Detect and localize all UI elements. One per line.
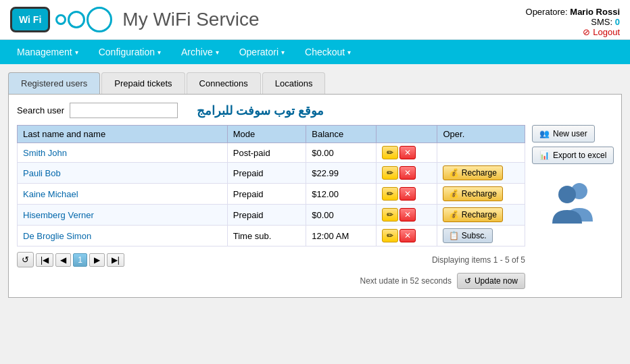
table-area: Last name and name Mode Balance Oper. Sm…	[17, 125, 525, 289]
cell-oper: 📋 Subsc.	[437, 226, 525, 246]
nav-operatori-label: Operatori	[239, 47, 278, 57]
avatar	[546, 178, 600, 225]
cell-actions: ✏✕	[376, 205, 437, 226]
delete-button[interactable]: ✕	[399, 229, 416, 242]
header: Wi Fi My WiFi Service Operatore: Mario R…	[0, 0, 630, 40]
col-header-name: Last name and name	[18, 126, 228, 143]
chevron-down-icon: ▾	[347, 49, 351, 56]
logout-button[interactable]: ⊘ Logout	[526, 27, 620, 37]
app-title: My WiFi Service	[122, 9, 259, 30]
tab-locations[interactable]: Locations	[262, 72, 326, 94]
sms-label: SMS:	[591, 17, 612, 27]
refresh-button[interactable]: ↺	[17, 252, 34, 267]
sidebar-area: 👥 New user 📊 Export to excel	[532, 125, 613, 289]
col-header-mode: Mode	[227, 126, 306, 143]
col-header-actions	[376, 126, 437, 143]
panel: Search user موقع توب سوفت للبرامج Last n…	[8, 94, 622, 298]
delete-button[interactable]: ✕	[399, 187, 416, 201]
cell-mode: Prepaid	[227, 184, 306, 205]
operator-info: Operatore: Mario Rossi	[526, 7, 620, 17]
cell-mode: Post-paid	[227, 143, 306, 163]
export-excel-button[interactable]: 📊 Export to excel	[532, 147, 614, 164]
update-now-button[interactable]: ↺ Update now	[457, 273, 525, 289]
arabic-watermark: موقع توب سوفت للبرامج	[197, 103, 324, 118]
update-now-label: Update now	[475, 276, 518, 286]
delete-button[interactable]: ✕	[399, 208, 416, 222]
export-label: Export to excel	[553, 151, 606, 160]
edit-button[interactable]: ✏	[382, 208, 398, 222]
wifi-waves	[54, 7, 112, 32]
chevron-down-icon: ▾	[158, 49, 161, 56]
recharge-button[interactable]: 💰 Recharge	[443, 207, 502, 222]
displaying-text: Displaying items 1 - 5 of 5	[432, 255, 525, 265]
operator-name: Mario Rossi	[570, 7, 620, 17]
new-user-button[interactable]: 👥 New user	[532, 125, 595, 142]
edit-button[interactable]: ✏	[382, 166, 398, 180]
subscribe-button[interactable]: 📋 Subsc.	[443, 228, 492, 243]
tab-registered-users[interactable]: Registered users	[8, 72, 100, 94]
chevron-down-icon: ▾	[75, 49, 78, 56]
edit-button[interactable]: ✏	[382, 229, 398, 242]
logout-label: Logout	[593, 27, 620, 37]
next-page-button[interactable]: ▶	[89, 253, 105, 267]
delete-button[interactable]: ✕	[399, 166, 416, 180]
cell-actions: ✏✕	[376, 184, 437, 205]
edit-button[interactable]: ✏	[382, 187, 398, 201]
prev-page-button[interactable]: ◀	[55, 253, 71, 267]
cell-balance: $22.99	[306, 163, 377, 184]
table-row: De Broglie SimonTime sub.12:00 AM✏✕📋 Sub…	[18, 226, 525, 246]
search-input[interactable]	[70, 103, 178, 118]
table-row: Hisemberg VernerPrepaid$0.00✏✕💰 Recharge	[18, 205, 525, 226]
cell-oper: 💰 Recharge	[437, 163, 525, 184]
table-row: Kaine MichaelPrepaid$12.00✏✕💰 Recharge	[18, 184, 525, 205]
cell-oper: 💰 Recharge	[437, 184, 525, 205]
recharge-button[interactable]: 💰 Recharge	[443, 186, 502, 201]
wave3	[87, 7, 112, 32]
refresh-icon: ↺	[464, 276, 471, 286]
nav-item-management[interactable]: Management ▾	[7, 40, 89, 64]
cell-balance: $0.00	[306, 205, 377, 226]
tabs-container: Registered users Prepaid tickets Connect…	[8, 72, 622, 94]
nav-item-configuration[interactable]: Configuration ▾	[89, 40, 171, 64]
cell-actions: ✏✕	[376, 226, 437, 246]
table-row: Smith JohnPost-paid$0.00✏✕	[18, 143, 525, 163]
last-page-button[interactable]: ▶|	[107, 253, 124, 267]
pagination-row: ↺ |◀ ◀ 1 ▶ ▶| Displaying items 1 - 5 of …	[17, 252, 525, 267]
cell-mode: Prepaid	[227, 163, 306, 184]
logout-icon: ⊘	[583, 27, 590, 37]
edit-button[interactable]: ✏	[382, 146, 398, 159]
cell-mode: Prepaid	[227, 205, 306, 226]
wave2	[68, 11, 85, 28]
next-update-text: Next udate in 52 seconds	[360, 276, 452, 286]
wave1	[55, 14, 66, 25]
recharge-button[interactable]: 💰 Recharge	[443, 165, 502, 180]
wifi-logo: Wi Fi	[10, 7, 112, 32]
nav-item-archive[interactable]: Archive ▾	[171, 40, 229, 64]
page-1-button[interactable]: 1	[73, 253, 87, 267]
main-content: Registered users Prepaid tickets Connect…	[0, 64, 630, 306]
sidebar-buttons: 👥 New user 📊 Export to excel	[532, 125, 613, 164]
nav-bar: Management ▾ Configuration ▾ Archive ▾ O…	[0, 40, 630, 64]
chevron-down-icon: ▾	[281, 49, 285, 56]
cell-actions: ✏✕	[376, 143, 437, 163]
cell-balance: 12:00 AM	[306, 226, 377, 246]
export-icon: 📊	[539, 151, 550, 160]
col-header-balance: Balance	[306, 126, 377, 143]
cell-mode: Time sub.	[227, 226, 306, 246]
nav-item-checkout[interactable]: Checkout ▾	[295, 40, 361, 64]
wifi-icon: Wi Fi	[10, 7, 50, 32]
cell-name: Kaine Michael	[18, 184, 228, 205]
nav-item-operatori[interactable]: Operatori ▾	[229, 40, 295, 64]
first-page-button[interactable]: |◀	[36, 253, 53, 267]
nav-management-label: Management	[17, 47, 72, 57]
tab-prepaid-tickets[interactable]: Prepaid tickets	[101, 72, 185, 94]
footer-row: Next udate in 52 seconds ↺ Update now	[17, 273, 525, 289]
tab-connections[interactable]: Connections	[187, 72, 261, 94]
avatar-area	[532, 178, 613, 225]
delete-button[interactable]: ✕	[399, 146, 416, 159]
cell-name: Pauli Bob	[18, 163, 228, 184]
table-row: Pauli BobPrepaid$22.99✏✕💰 Recharge	[18, 163, 525, 184]
users-table: Last name and name Mode Balance Oper. Sm…	[17, 125, 525, 246]
cell-actions: ✏✕	[376, 163, 437, 184]
col-header-oper: Oper.	[437, 126, 525, 143]
